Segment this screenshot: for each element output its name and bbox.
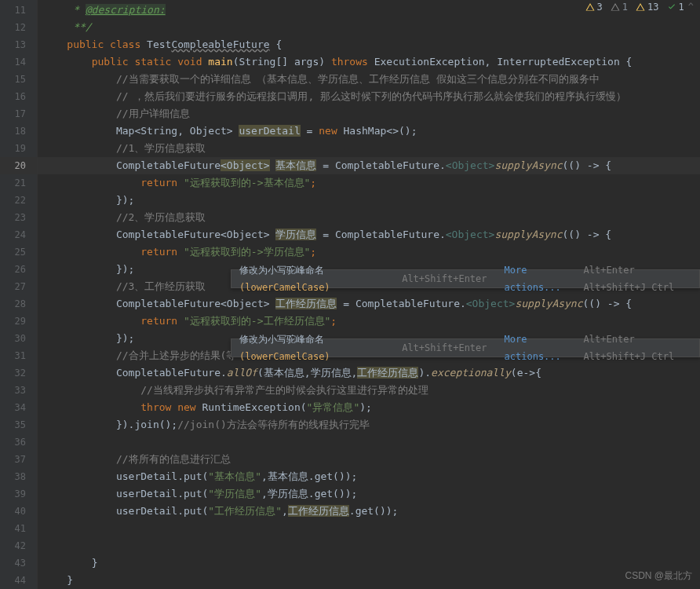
- code-line[interactable]: //将所有的信息进行汇总: [38, 451, 700, 468]
- code-line[interactable]: CompletableFuture<Object> 工作经历信息 = Compl…: [38, 295, 700, 313]
- code-line[interactable]: * @description:: [38, 2, 700, 19]
- line-number[interactable]: 19: [0, 140, 37, 157]
- line-number[interactable]: 22: [0, 192, 37, 209]
- line-number[interactable]: 13: [0, 36, 37, 53]
- watermark: CSDN @最北方: [625, 569, 692, 583]
- code-line[interactable]: CompletableFuture<Object> 学历信息 = Complet…: [38, 226, 700, 243]
- line-number[interactable]: 31: [0, 347, 37, 364]
- line-number[interactable]: 14: [0, 53, 37, 71]
- line-number[interactable]: 40: [0, 503, 37, 520]
- hint-shortcut2: Alt+Enter Alt+Shift+J Ctrl: [579, 262, 699, 296]
- code-line[interactable]: //1、学历信息获取: [38, 140, 700, 157]
- code-line[interactable]: [38, 537, 700, 554]
- line-number-gutter[interactable]: 11 12 13 14 15 16 17 18 19 20 21 22 23 2…: [0, 0, 38, 589]
- line-number[interactable]: 28: [0, 295, 37, 313]
- line-number[interactable]: 36: [0, 434, 37, 451]
- hint-message[interactable]: 修改为小写驼峰命名 (lowerCamelCase): [232, 262, 392, 296]
- code-line[interactable]: }).join();//join()方法会等待所有的线程执行完毕: [38, 416, 700, 434]
- code-line[interactable]: //2、学历信息获取: [38, 209, 700, 226]
- line-number[interactable]: 35: [0, 416, 37, 434]
- code-line[interactable]: //用户详细信息: [38, 105, 700, 123]
- code-line[interactable]: public static void main(String[] args) t…: [38, 53, 700, 71]
- line-number[interactable]: 12: [0, 19, 37, 36]
- code-line[interactable]: public class TestCompleableFuture {: [38, 36, 700, 53]
- line-number[interactable]: 34: [0, 399, 37, 416]
- code-line[interactable]: });: [38, 192, 700, 209]
- line-number[interactable]: 26: [0, 261, 37, 278]
- line-number[interactable]: 43: [0, 554, 37, 572]
- line-number[interactable]: 32: [0, 364, 37, 382]
- code-line[interactable]: //当线程异步执行有异常产生的时候会执行这里进行异常的处理: [38, 382, 700, 399]
- code-line[interactable]: userDetail.put("工作经历信息",工作经历信息.get());: [38, 503, 700, 520]
- more-actions-link[interactable]: More actions...: [497, 262, 579, 296]
- line-number[interactable]: 18: [0, 123, 37, 140]
- line-number[interactable]: 23: [0, 209, 37, 226]
- code-line[interactable]: // ，然后我们要进行服务的远程接口调用, 那么这时候下列的伪代码书序执行那么就…: [38, 88, 700, 105]
- line-number[interactable]: 39: [0, 485, 37, 503]
- code-line[interactable]: }: [38, 554, 700, 572]
- line-number[interactable]: 25: [0, 243, 37, 261]
- line-number[interactable]: 37: [0, 451, 37, 468]
- line-number[interactable]: 29: [0, 313, 37, 330]
- line-number[interactable]: 41: [0, 520, 37, 537]
- code-line[interactable]: return "远程获取到的->学历信息";: [38, 243, 700, 261]
- line-number[interactable]: 33: [0, 382, 37, 399]
- line-number[interactable]: 21: [0, 174, 37, 192]
- line-number[interactable]: 17: [0, 105, 37, 123]
- hint-message[interactable]: 修改为小写驼峰命名 (lowerCamelCase): [232, 331, 392, 365]
- code-line[interactable]: }: [38, 572, 700, 589]
- line-number[interactable]: 30: [0, 330, 37, 347]
- code-line[interactable]: return "远程获取到的->基本信息";: [38, 174, 700, 192]
- code-line[interactable]: userDetail.put("学历信息",学历信息.get());: [38, 485, 700, 503]
- line-number[interactable]: 20: [0, 157, 37, 174]
- line-number[interactable]: 44: [0, 572, 37, 589]
- hint-shortcut: Alt+Shift+Enter: [392, 339, 496, 357]
- code-editor[interactable]: * @description: **/ public class TestCom…: [38, 0, 700, 589]
- more-actions-link[interactable]: More actions...: [497, 331, 579, 365]
- code-line[interactable]: [38, 434, 700, 451]
- line-number[interactable]: 27: [0, 278, 37, 295]
- code-line[interactable]: userDetail.put("基本信息",基本信息.get());: [38, 468, 700, 485]
- line-number[interactable]: 11: [0, 2, 37, 19]
- code-line[interactable]: Map<String, Object> userDetail = new Has…: [38, 123, 700, 140]
- code-line[interactable]: **/: [38, 19, 700, 36]
- line-number[interactable]: 42: [0, 537, 37, 554]
- line-number[interactable]: 38: [0, 468, 37, 485]
- line-number[interactable]: 16: [0, 88, 37, 105]
- hint-shortcut2: Alt+Enter Alt+Shift+J Ctrl: [579, 331, 699, 365]
- line-number[interactable]: 15: [0, 71, 37, 88]
- code-line[interactable]: //当需要获取一个的详细信息 （基本信息、学历信息、工作经历信息 假如这三个信息…: [38, 71, 700, 88]
- code-line[interactable]: CompletableFuture.allOf(基本信息,学历信息,工作经历信息…: [38, 364, 700, 382]
- hint-shortcut: Alt+Shift+Enter: [392, 270, 496, 287]
- code-line[interactable]: CompletableFuture<Object> 基本信息 = Complet…: [38, 157, 700, 174]
- code-line[interactable]: return "远程获取到的->工作经历信息";: [38, 313, 700, 330]
- line-number[interactable]: 24: [0, 226, 37, 243]
- code-line[interactable]: throw new RuntimeException("异常信息");: [38, 399, 700, 416]
- editor-container: 11 12 13 14 15 16 17 18 19 20 21 22 23 2…: [0, 0, 700, 589]
- intention-hint-popup[interactable]: 修改为小写驼峰命名 (lowerCamelCase) Alt+Shift+Ent…: [231, 338, 700, 357]
- code-line[interactable]: [38, 520, 700, 537]
- intention-hint-popup[interactable]: 修改为小写驼峰命名 (lowerCamelCase) Alt+Shift+Ent…: [231, 269, 700, 288]
